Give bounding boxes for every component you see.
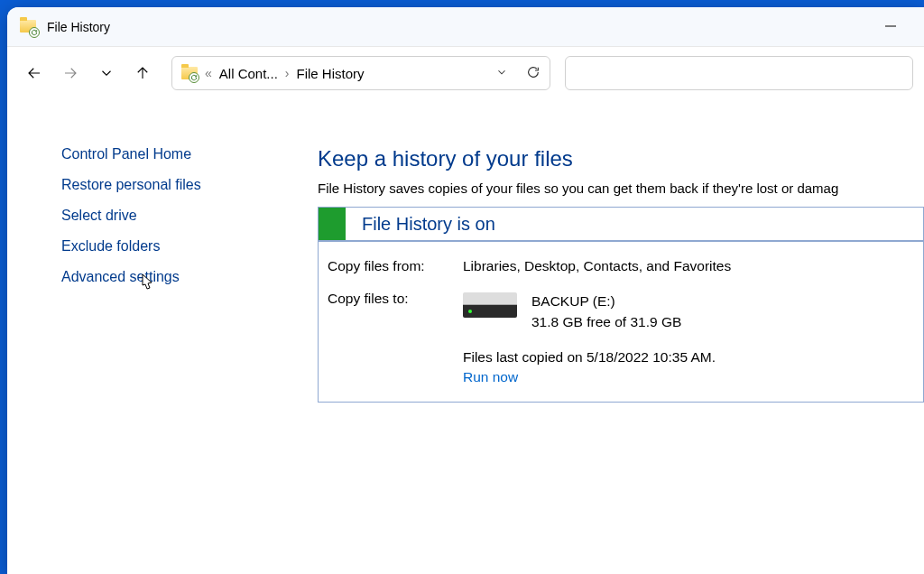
status-banner: File History is on: [318, 207, 924, 241]
status-text: File History is on: [362, 214, 495, 235]
sidebar: Control Panel Home Restore personal file…: [7, 99, 287, 574]
details-panel: Copy files from: Libraries, Desktop, Con…: [318, 241, 924, 403]
breadcrumb-dropdown[interactable]: [495, 66, 508, 81]
file-history-window: File History « All Cont... ›: [7, 7, 924, 574]
advanced-settings-link[interactable]: Advanced settings: [61, 269, 287, 285]
refresh-button[interactable]: [526, 65, 541, 82]
copy-from-label: Copy files from:: [328, 258, 463, 274]
minimize-button[interactable]: [870, 19, 911, 35]
folder-icon: [181, 65, 198, 81]
drive-name: BACKUP (E:): [531, 291, 681, 311]
forward-button[interactable]: [54, 57, 87, 89]
page-heading: Keep a history of your files: [318, 146, 924, 171]
drive-icon: [463, 291, 517, 327]
file-history-icon: [20, 18, 38, 36]
address-bar[interactable]: « All Cont... › File History: [171, 56, 550, 90]
main-content: Keep a history of your files File Histor…: [287, 99, 924, 574]
page-subtitle: File History saves copies of your files …: [318, 181, 924, 196]
exclude-folders-link[interactable]: Exclude folders: [61, 238, 287, 255]
copy-to-label: Copy files to:: [328, 291, 463, 333]
up-button[interactable]: [126, 57, 159, 89]
recent-dropdown[interactable]: [90, 57, 123, 89]
restore-personal-files-link[interactable]: Restore personal files: [61, 177, 287, 193]
breadcrumb-segment-2[interactable]: File History: [297, 66, 365, 81]
select-drive-link[interactable]: Select drive: [61, 208, 287, 224]
copy-from-value: Libraries, Desktop, Contacts, and Favori…: [463, 258, 731, 274]
chevron-right-icon: ›: [285, 66, 290, 80]
toolbar: « All Cont... › File History: [7, 47, 924, 99]
control-panel-home-link[interactable]: Control Panel Home: [61, 146, 287, 162]
last-copied-text: Files last copied on 5/18/2022 10:35 AM.: [463, 349, 914, 366]
breadcrumb-root-chevron[interactable]: «: [205, 66, 212, 80]
run-now-link[interactable]: Run now: [463, 369, 518, 385]
drive-free-space: 31.8 GB free of 31.9 GB: [531, 311, 681, 332]
back-button[interactable]: [18, 57, 51, 89]
window-title: File History: [47, 20, 110, 34]
status-on-indicator: [319, 208, 346, 240]
search-input[interactable]: [565, 56, 913, 90]
breadcrumb-segment-1[interactable]: All Cont...: [219, 66, 278, 81]
titlebar: File History: [7, 7, 924, 47]
